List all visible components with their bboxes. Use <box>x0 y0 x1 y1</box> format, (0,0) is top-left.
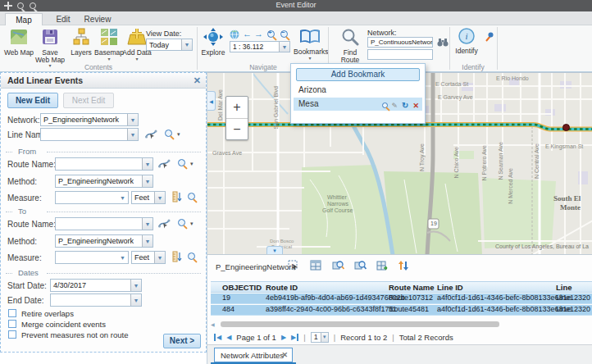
map-zoom-out-button[interactable]: − <box>226 118 248 139</box>
next-page-icon[interactable]: ▶ <box>281 334 286 341</box>
network-label: Network: <box>367 29 397 37</box>
new-edit-button[interactable]: New Edit <box>7 93 58 108</box>
to-method-select[interactable]: P_EngineeringNetwork▼ <box>55 234 153 248</box>
bookmark-edit-icon[interactable]: ✎ <box>392 99 398 112</box>
scroll-left-icon[interactable]: ◀ <box>211 321 215 327</box>
collapse-table-arrow[interactable]: ▼ <box>266 246 283 254</box>
prevent-measures-checkbox[interactable] <box>8 330 16 339</box>
panel-close-icon[interactable]: ✕ <box>194 75 201 86</box>
svg-text:i: i <box>465 31 467 41</box>
route-location-marker[interactable] <box>562 124 570 131</box>
from-measure-input[interactable]: ▼ <box>55 191 129 204</box>
next-edit-button[interactable]: Next Edit <box>63 93 114 108</box>
layers-button[interactable]: Layers <box>66 28 97 57</box>
end-date-select[interactable]: ▼ <box>50 293 142 307</box>
tab-review[interactable]: Review <box>80 13 115 25</box>
identify-button[interactable]: i Identify <box>453 28 480 55</box>
page-select-caret-icon[interactable]: ▼ <box>321 333 328 342</box>
tab-network-attributes[interactable]: Network Attributes ✕ <box>214 348 293 362</box>
explore-button[interactable]: Explore <box>200 28 226 57</box>
retire-overlaps-checkbox[interactable] <box>8 309 16 317</box>
view-date-caret-icon[interactable]: ▼ <box>181 39 192 50</box>
column-header[interactable]: OBJECTID <box>222 283 262 292</box>
first-page-icon[interactable]: ◀ <box>214 334 221 341</box>
bookmark-delete-icon[interactable]: ✕ <box>412 99 419 112</box>
from-select-route-icon[interactable] <box>158 157 171 170</box>
map-zoom-in-button[interactable]: + <box>226 97 248 118</box>
ribbon-zoom-out-icon[interactable]: − <box>280 30 288 39</box>
from-route-zoom-caret[interactable]: ▾ <box>190 161 194 167</box>
column-header[interactable]: Route ID <box>266 283 298 292</box>
table-header-row[interactable]: OBJECTID Route ID Route Name Line ID Lin… <box>211 281 592 293</box>
add-data-caret: ▾ <box>121 57 153 61</box>
web-map-icon <box>10 28 28 46</box>
web-map-button[interactable]: Web Map <box>3 28 34 57</box>
switch-selection-icon[interactable] <box>376 260 389 272</box>
basemap-button[interactable]: Basemap ▾ <box>93 28 125 61</box>
to-select-route-icon[interactable] <box>158 217 171 230</box>
select-line-on-map-icon[interactable] <box>145 128 157 140</box>
last-page-icon[interactable]: ▶ <box>291 334 298 341</box>
column-header[interactable]: Line ID <box>437 283 463 292</box>
back-extent-icon[interactable]: ← <box>243 29 252 39</box>
to-route-zoom-icon[interactable] <box>178 219 185 228</box>
explore-icon <box>203 28 223 46</box>
scale-caret-icon[interactable]: ▼ <box>279 42 289 52</box>
bookmark-refresh-icon[interactable]: ↻ <box>402 99 408 112</box>
save-web-map-button[interactable]: Save Web Map ▾ <box>34 28 66 68</box>
to-measure-tool-icon[interactable] <box>171 251 183 263</box>
pan-to-selected-icon[interactable] <box>354 260 367 272</box>
from-route-name-select[interactable]: ▼ <box>55 157 153 171</box>
tab-edit[interactable]: Edit <box>49 13 77 25</box>
zoom-to-selected-icon[interactable] <box>332 260 344 272</box>
line-name-zoom-caret[interactable]: ▾ <box>177 131 180 138</box>
add-bookmark-button[interactable]: Add Bookmark <box>296 68 420 81</box>
collapse-panel-arrow[interactable]: ◀ <box>207 91 216 111</box>
to-measure-input[interactable]: ▼ <box>55 251 129 264</box>
to-unit-select[interactable]: Feet▼ <box>131 251 166 264</box>
route-input[interactable] <box>367 49 433 60</box>
bookmark-item-mesa[interactable]: Mesa ✎ ↻ ✕ <box>294 98 422 111</box>
scrollbar-thumb[interactable] <box>221 321 499 327</box>
from-method-label: Method: <box>7 177 37 186</box>
forward-extent-icon[interactable]: → <box>254 29 263 39</box>
from-method-select[interactable]: P_EngineeringNetwork▼ <box>55 175 153 188</box>
table-row[interactable]: 19 4eb9419b-af9b-4d04-ab69-1d493476802b … <box>211 293 592 304</box>
line-name-select[interactable]: ▼ <box>40 128 139 141</box>
to-measure-zoom-icon[interactable] <box>188 253 195 262</box>
ribbon-separator <box>197 27 198 70</box>
select-features-icon[interactable] <box>288 260 300 272</box>
bookmark-item-arizona[interactable]: Arizona <box>294 84 422 97</box>
globe-icon[interactable] <box>230 30 239 41</box>
prev-page-icon[interactable]: ◀ <box>226 334 231 341</box>
identify-pin-icon[interactable] <box>484 32 494 44</box>
binoculars-icon[interactable] <box>437 37 449 49</box>
find-route-button[interactable]: Find Route <box>335 28 366 63</box>
next-button[interactable]: Next > <box>163 334 201 348</box>
scale-select[interactable]: 1 : 36.112 ▼ <box>230 41 290 52</box>
bookmark-zoom-icon[interactable] <box>382 99 388 112</box>
from-route-zoom-icon[interactable] <box>178 159 185 168</box>
to-route-name-select[interactable]: ▼ <box>55 217 153 230</box>
tab-map[interactable]: Map <box>5 13 43 25</box>
line-name-zoom-icon[interactable] <box>165 130 172 139</box>
view-date-select[interactable]: Today ▼ <box>146 39 193 51</box>
page-select[interactable]: 1 ▼ <box>311 332 329 343</box>
add-linear-events-panel: Add Linear Events ✕ New Edit Next Edit N… <box>0 72 207 353</box>
ribbon-zoom-in-icon[interactable]: + <box>267 30 275 39</box>
from-unit-select[interactable]: Feet▼ <box>131 191 166 204</box>
panel-network-select[interactable]: P_EngineeringNetwork ▼ <box>40 113 139 126</box>
start-date-select[interactable]: 4/30/2017▼ <box>50 279 142 292</box>
from-measure-zoom-icon[interactable] <box>188 193 195 202</box>
from-measure-tool-icon[interactable] <box>171 191 183 203</box>
sort-icon[interactable] <box>398 260 410 272</box>
network-select[interactable]: P_ContinuousNetwork ▼ <box>367 37 433 48</box>
close-tab-icon[interactable]: ✕ <box>281 348 288 362</box>
bookmarks-button[interactable]: Bookmarks ▾ <box>294 29 326 61</box>
merge-coincident-checkbox[interactable] <box>8 320 16 328</box>
horizontal-scrollbar[interactable]: ◀ <box>211 321 589 328</box>
attribute-table-icon[interactable] <box>310 260 322 272</box>
table-row[interactable]: 484 a398ff4c-2940-4c00-96b6-c6343f8f1711… <box>211 305 592 316</box>
column-header[interactable]: Route Name <box>389 283 434 292</box>
to-route-zoom-caret[interactable]: ▾ <box>190 221 194 227</box>
